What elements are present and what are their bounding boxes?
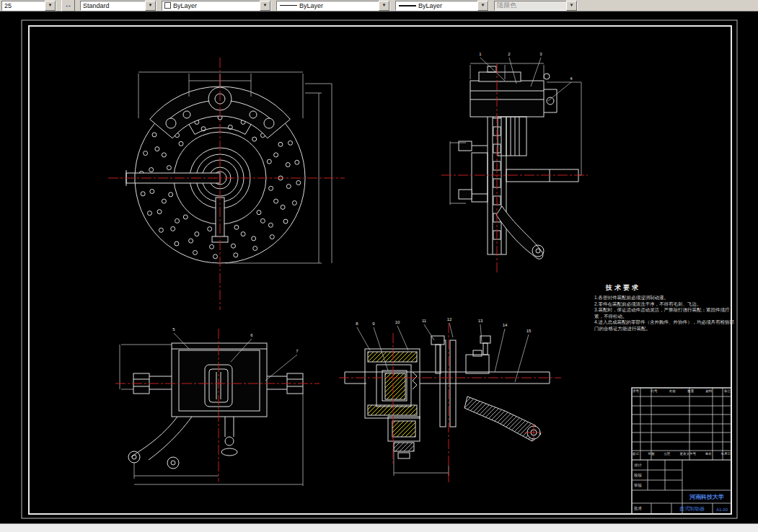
status-bar	[0, 523, 758, 532]
scale-combo[interactable]: 25 ▼	[1, 1, 56, 11]
drawing-area: 123456789101112131415	[0, 12, 758, 523]
sheet-frame	[22, 20, 737, 518]
view-section-cut	[345, 336, 550, 458]
revision-header-cell: 分区	[664, 452, 671, 456]
lineweight-combo-value: ByLayer	[416, 2, 477, 9]
chevron-down-icon[interactable]: ▼	[379, 1, 389, 11]
title-block-drawing-number: A1-00	[713, 505, 731, 513]
chevron-down-icon[interactable]: ▼	[260, 1, 270, 11]
title-block-drawing-title: 盘式制动器	[671, 504, 713, 513]
svg-text:7: 7	[296, 349, 299, 353]
parts-header-cell: 数量	[687, 389, 694, 393]
svg-text:6: 6	[250, 333, 253, 337]
revision-header-cell: 年月日	[720, 452, 731, 456]
svg-text:10: 10	[395, 320, 400, 324]
color-swatch-icon	[164, 2, 171, 9]
revision-header-cell: 标记	[633, 452, 639, 456]
svg-text:8: 8	[356, 322, 358, 326]
technical-requirements: 技术要求 1.各密封件装配前必须浸润制动液。 2.零件在装配前必须清洗干净，不得…	[594, 283, 737, 332]
linetype-control-combo[interactable]: ByLayer ▼	[276, 1, 390, 11]
parts-header-cell: 备注	[724, 389, 731, 393]
view-front-disc	[126, 87, 305, 263]
chevron-down-icon[interactable]: ▼	[477, 1, 488, 11]
style-tool-icon-button[interactable]: ↔	[61, 0, 75, 12]
technical-requirement-line: 1.各密封件装配前必须浸润制动液。	[594, 295, 737, 301]
sign-label-check: 校核	[634, 473, 642, 478]
title-block-school: 河南科技大学	[682, 492, 731, 502]
svg-text:2: 2	[508, 52, 511, 56]
revision-table-header: 标记 处数 分区 更改文件号 签名 年月日	[633, 452, 731, 456]
parts-list-header: 序号 代号 名称 数量 材料 备注	[633, 389, 731, 393]
svg-text:5: 5	[172, 327, 175, 332]
parts-header-cell: 序号	[633, 389, 639, 393]
parts-header-cell: 代号	[651, 389, 657, 393]
chevron-down-icon[interactable]: ▼	[566, 1, 577, 11]
svg-text:11: 11	[422, 319, 427, 323]
svg-text:4: 4	[570, 76, 573, 81]
linetype-sample-icon	[280, 5, 297, 6]
drawing-viewport[interactable]: 123456789101112131415	[0, 12, 758, 523]
revision-header-cell: 更改文件号	[679, 452, 696, 456]
color-combo-value: ByLayer	[171, 2, 260, 9]
technical-requirement-line: 3.装配时，保证运动件运动灵活，严禁敲打强行装配；紧固件须拧紧，不得松动。	[594, 307, 737, 319]
view-caliper-body	[128, 343, 303, 469]
svg-text:15: 15	[526, 329, 532, 333]
plotstyle-control-combo[interactable]: 随颜色 ▼	[494, 1, 578, 11]
technical-requirement-line: 2.零件在装配前必须清洗干净，不得有毛刺、飞边。	[594, 301, 737, 308]
sign-label-approve: 批准	[634, 506, 642, 511]
svg-text:3: 3	[539, 52, 542, 56]
view-side-rotor	[459, 66, 578, 259]
parts-header-cell: 材料	[706, 389, 713, 393]
svg-text:9: 9	[372, 322, 375, 326]
svg-text:12: 12	[447, 317, 452, 322]
lineweight-sample-icon	[399, 5, 416, 6]
color-control-combo[interactable]: ByLayer ▼	[162, 1, 271, 11]
svg-text:14: 14	[503, 323, 508, 327]
top-toolbar: 25 ▼ ↔ Standard ▼ ByLayer ▼ ByLayer ▼ By…	[0, 0, 758, 12]
svg-text:13: 13	[478, 319, 483, 323]
revision-header-cell: 签名	[705, 452, 712, 456]
sign-label-audit: 审核	[634, 483, 642, 488]
style-combo[interactable]: Standard ▼	[80, 1, 157, 11]
svg-text:1: 1	[479, 52, 482, 56]
plotstyle-combo-value: 随颜色	[495, 1, 566, 10]
technical-requirement-line: 4.进入总成装配的零部件（含外购件、外协件），均必须具有检验部门的合格证方能进行…	[594, 319, 737, 332]
linetype-combo-value: ByLayer	[297, 2, 379, 9]
scale-combo-value: 25	[2, 2, 45, 9]
technical-requirements-title: 技术要求	[606, 283, 737, 293]
sign-label-design: 设计	[634, 463, 642, 468]
revision-header-cell: 处数	[648, 452, 655, 456]
style-combo-value: Standard	[81, 2, 145, 9]
parts-header-cell: 名称	[669, 389, 676, 393]
chevron-down-icon[interactable]: ▼	[145, 1, 156, 11]
chevron-down-icon[interactable]: ▼	[45, 1, 56, 11]
lineweight-control-combo[interactable]: ByLayer ▼	[395, 1, 489, 11]
